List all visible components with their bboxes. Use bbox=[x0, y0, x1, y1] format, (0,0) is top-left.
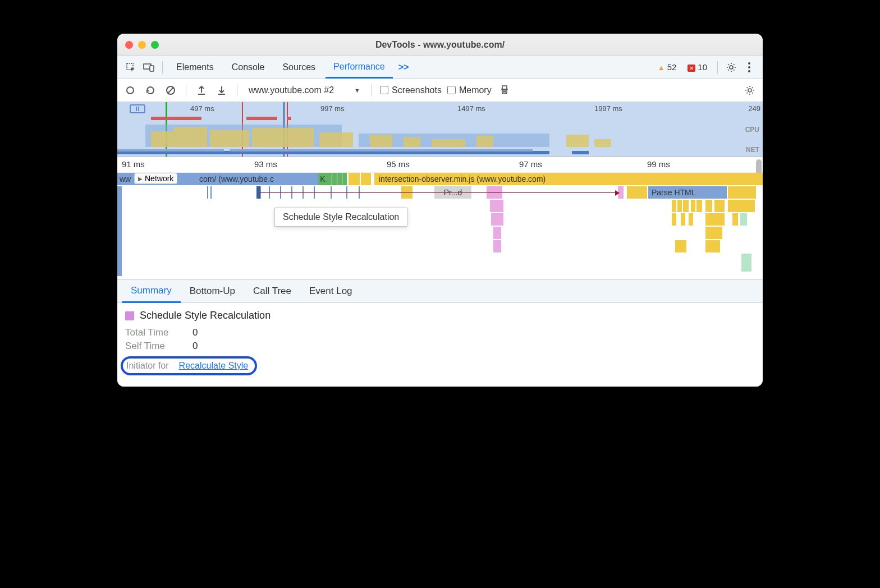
summary-panel: Schedule Style Recalculation Total Time … bbox=[117, 303, 763, 387]
svg-line-8 bbox=[168, 88, 173, 93]
svg-point-5 bbox=[748, 66, 750, 68]
event-color-swatch bbox=[125, 311, 134, 320]
tab-console[interactable]: Console bbox=[224, 56, 273, 78]
total-time-label: Total Time bbox=[125, 327, 181, 338]
overview-tick: 1497 ms bbox=[457, 104, 485, 113]
window-title: DevTools - www.youtube.com/ bbox=[117, 40, 763, 50]
self-time-value: 0 bbox=[192, 341, 198, 352]
ruler-tick: 95 ms bbox=[387, 159, 410, 169]
memory-label: Memory bbox=[459, 85, 492, 95]
time-ruler[interactable]: 91 ms 93 ms 95 ms 97 ms 99 ms bbox=[117, 157, 763, 173]
flame-bar[interactable] bbox=[117, 186, 122, 276]
summary-title-row: Schedule Style Recalculation bbox=[125, 310, 755, 321]
devtools-window: DevTools - www.youtube.com/ Elements Con… bbox=[117, 34, 763, 387]
separator bbox=[186, 84, 186, 97]
ruler-tick: 99 ms bbox=[647, 159, 670, 169]
warnings-count[interactable]: 52 bbox=[658, 62, 677, 72]
flame-bar[interactable] bbox=[353, 173, 360, 185]
titlebar: DevTools - www.youtube.com/ bbox=[117, 34, 763, 56]
flame-bar[interactable]: K bbox=[318, 173, 327, 185]
panel-tabs: Elements Console Sources Performance >> … bbox=[117, 56, 763, 79]
reload-icon[interactable] bbox=[143, 83, 158, 98]
svg-point-10 bbox=[748, 89, 751, 92]
clear-icon[interactable] bbox=[163, 83, 178, 98]
flame-bar[interactable] bbox=[327, 173, 332, 185]
target-label: www.youtube.com #2 bbox=[249, 85, 334, 95]
download-icon[interactable] bbox=[214, 83, 229, 98]
summary-title: Schedule Style Recalculation bbox=[140, 310, 271, 321]
capture-settings-icon[interactable] bbox=[742, 83, 757, 98]
subtab-summary[interactable]: Summary bbox=[122, 281, 181, 303]
cpu-chart bbox=[117, 125, 763, 147]
flame-bar[interactable] bbox=[490, 200, 503, 212]
overview-range-handle[interactable] bbox=[130, 104, 145, 113]
overview-timeline[interactable]: 497 ms 997 ms 1497 ms 1997 ms 249 CPU NE… bbox=[117, 102, 763, 157]
flame-bar[interactable] bbox=[332, 173, 337, 185]
subtab-bottom-up[interactable]: Bottom-Up bbox=[181, 280, 244, 302]
maximize-icon[interactable] bbox=[151, 41, 159, 49]
svg-rect-2 bbox=[150, 66, 154, 71]
net-label: NET bbox=[746, 146, 759, 154]
kebab-menu-icon[interactable] bbox=[741, 59, 757, 75]
separator bbox=[237, 84, 237, 97]
net-bar bbox=[572, 151, 589, 154]
ruler-tick: 91 ms bbox=[122, 159, 145, 169]
traffic-lights bbox=[125, 41, 159, 49]
settings-icon[interactable] bbox=[723, 59, 739, 75]
flame-bar[interactable] bbox=[728, 186, 756, 199]
svg-point-3 bbox=[730, 66, 733, 69]
close-icon[interactable] bbox=[125, 41, 133, 49]
self-time-label: Self Time bbox=[125, 341, 181, 352]
flame-bar[interactable]: com/ (www.youtube.c bbox=[196, 173, 318, 185]
upload-icon[interactable] bbox=[194, 83, 209, 98]
flame-bar[interactable] bbox=[349, 173, 353, 185]
flame-bar[interactable] bbox=[337, 173, 342, 185]
initiator-highlight: Initiator for Recalculate Style bbox=[121, 356, 257, 375]
initiator-label: Initiator for bbox=[126, 361, 169, 371]
overview-tick: 249 bbox=[748, 104, 760, 113]
tab-sources[interactable]: Sources bbox=[274, 56, 323, 78]
overview-tick: 1997 ms bbox=[594, 104, 622, 113]
overview-tick: 997 ms bbox=[320, 104, 345, 113]
svg-point-4 bbox=[748, 62, 750, 65]
performance-toolbar: www.youtube.com #2 Screenshots Memory bbox=[117, 79, 763, 102]
subtab-event-log[interactable]: Event Log bbox=[300, 280, 361, 302]
tab-performance[interactable]: Performance bbox=[326, 57, 393, 79]
memory-checkbox[interactable]: Memory bbox=[447, 85, 492, 95]
initiator-arrow bbox=[260, 192, 619, 193]
record-icon[interactable] bbox=[123, 83, 138, 98]
separator bbox=[162, 61, 163, 74]
flame-bar[interactable] bbox=[342, 173, 347, 185]
inspect-icon[interactable] bbox=[123, 59, 139, 75]
subtab-call-tree[interactable]: Call Tree bbox=[244, 280, 300, 302]
minimize-icon[interactable] bbox=[138, 41, 146, 49]
network-track-label[interactable]: Network bbox=[134, 173, 177, 184]
flame-bar[interactable] bbox=[365, 173, 371, 185]
device-toggle-icon[interactable] bbox=[141, 59, 157, 75]
svg-rect-9 bbox=[502, 86, 507, 89]
flame-bar[interactable] bbox=[627, 186, 647, 199]
garbage-collect-icon[interactable] bbox=[497, 83, 512, 98]
flame-bar[interactable] bbox=[493, 240, 501, 252]
flame-bar[interactable] bbox=[361, 173, 365, 185]
ruler-tick: 97 ms bbox=[519, 159, 542, 169]
flame-bar[interactable] bbox=[493, 227, 501, 239]
screenshots-checkbox[interactable]: Screenshots bbox=[380, 85, 442, 95]
flame-bar[interactable]: Parse HTML bbox=[648, 186, 727, 199]
initiator-link[interactable]: Recalculate Style bbox=[179, 361, 249, 371]
svg-point-6 bbox=[748, 70, 750, 72]
more-tabs-icon[interactable]: >> bbox=[395, 62, 412, 72]
details-tabs: Summary Bottom-Up Call Tree Event Log bbox=[117, 279, 763, 303]
target-dropdown[interactable]: www.youtube.com #2 bbox=[245, 84, 364, 97]
total-time-value: 0 bbox=[192, 327, 198, 338]
flame-tooltip: Schedule Style Recalculation bbox=[274, 208, 407, 227]
ruler-tick: 93 ms bbox=[254, 159, 277, 169]
tab-elements[interactable]: Elements bbox=[168, 56, 222, 78]
flame-bar[interactable]: intersection-observer.min.js (www.youtub… bbox=[374, 173, 763, 185]
flame-bar[interactable] bbox=[491, 213, 503, 226]
separator bbox=[717, 61, 718, 74]
separator bbox=[372, 84, 372, 97]
overview-tick: 497 ms bbox=[190, 104, 214, 113]
errors-count[interactable]: 10 bbox=[688, 62, 707, 72]
flame-chart[interactable]: ww Network com/ (www.youtube.c K interse… bbox=[117, 173, 763, 279]
